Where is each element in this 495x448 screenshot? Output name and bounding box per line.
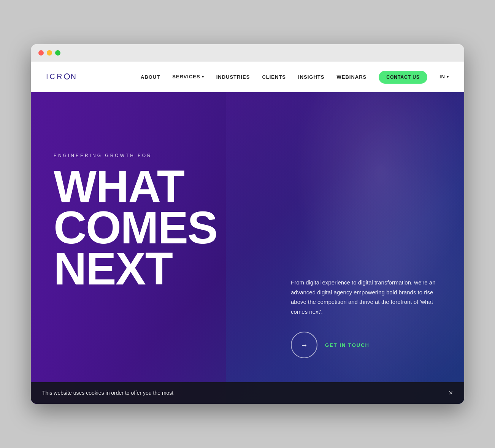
nav-links: ABOUT SERVICES ▾ INDUSTRIES CLIENTS INSI…: [141, 73, 449, 80]
nav-link-about[interactable]: ABOUT: [141, 74, 160, 80]
logo-text: ICR: [46, 72, 63, 81]
cta-arrow-button[interactable]: →: [291, 332, 317, 358]
nav-item-clients[interactable]: CLIENTS: [262, 73, 286, 80]
hero-tagline: ENGINEERING GROWTH FOR: [54, 153, 263, 158]
nav-item-contact[interactable]: CONTACT US: [379, 73, 427, 80]
nav-link-insights[interactable]: INSIGHTS: [298, 74, 324, 80]
nav-item-insights[interactable]: INSIGHTS: [298, 73, 324, 80]
nav-link-services[interactable]: SERVICES ▾: [172, 74, 204, 79]
logo[interactable]: ICRN: [46, 72, 78, 81]
hero-headline: WHAT COMES NEXT: [54, 166, 263, 289]
browser-window: ICRN ABOUT SERVICES ▾ INDUSTRIES CLIENTS…: [31, 44, 464, 404]
maximize-button[interactable]: [55, 50, 60, 56]
get-in-touch-link[interactable]: GET IN TOUCH: [325, 342, 370, 348]
contact-us-button[interactable]: CONTACT US: [379, 71, 427, 84]
nav-item-services[interactable]: SERVICES ▾: [172, 74, 204, 79]
arrow-right-icon: →: [300, 341, 308, 350]
hero-content: ENGINEERING GROWTH FOR WHAT COMES NEXT F…: [31, 92, 464, 404]
cookie-close-button[interactable]: ×: [449, 389, 453, 397]
nav-link-clients[interactable]: CLIENTS: [262, 74, 286, 80]
logo-text-2: N: [70, 72, 77, 81]
hero-right: From digital experience to digital trans…: [291, 278, 449, 358]
cookie-banner: This website uses cookies in order to of…: [31, 382, 464, 404]
chevron-down-icon: ▾: [202, 75, 204, 79]
nav-item-about[interactable]: ABOUT: [141, 73, 160, 80]
hero-cta: → GET IN TOUCH: [291, 332, 449, 358]
nav-link-webinars[interactable]: WEBINARS: [336, 74, 366, 80]
minimize-button[interactable]: [47, 50, 52, 56]
nav-link-locale[interactable]: IN ▾: [439, 74, 449, 79]
navbar: ICRN ABOUT SERVICES ▾ INDUSTRIES CLIENTS…: [31, 62, 464, 92]
close-button[interactable]: [38, 50, 44, 56]
hero-section: ENGINEERING GROWTH FOR WHAT COMES NEXT F…: [31, 92, 464, 404]
cookie-text: This website uses cookies in order to of…: [42, 389, 173, 397]
locale-chevron-icon: ▾: [447, 75, 449, 79]
nav-item-industries[interactable]: INDUSTRIES: [216, 73, 250, 80]
logo-circle-icon: [64, 73, 70, 79]
nav-link-industries[interactable]: INDUSTRIES: [216, 74, 250, 80]
nav-item-webinars[interactable]: WEBINARS: [336, 73, 366, 80]
browser-chrome: [31, 44, 464, 62]
hero-description: From digital experience to digital trans…: [291, 278, 449, 316]
hero-left: ENGINEERING GROWTH FOR WHAT COMES NEXT: [54, 153, 263, 289]
nav-item-locale[interactable]: IN ▾: [439, 74, 449, 79]
